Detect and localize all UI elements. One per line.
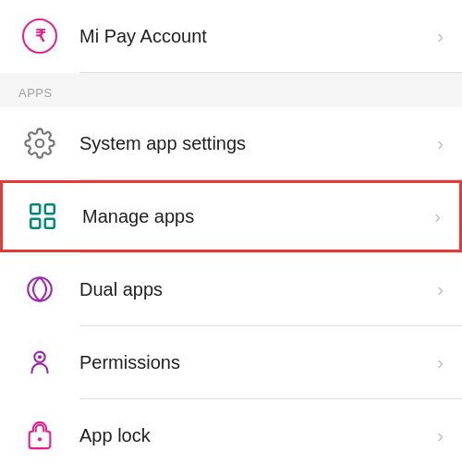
manage-apps-item[interactable]: Manage apps › xyxy=(0,180,462,252)
app-lock-label: App lock xyxy=(79,425,428,446)
dual-apps-icon xyxy=(18,268,61,311)
permissions-icon xyxy=(18,341,61,384)
permissions-item[interactable]: Permissions › xyxy=(0,326,462,398)
mi-pay-chevron-icon: › xyxy=(437,26,444,47)
svg-rect-2 xyxy=(45,204,55,214)
apps-section-header: APPS xyxy=(0,73,462,107)
dual-apps-label: Dual apps xyxy=(79,279,428,300)
app-lock-item[interactable]: App lock › xyxy=(0,399,462,471)
app-lock-icon xyxy=(18,414,61,457)
svg-point-7 xyxy=(38,355,42,359)
svg-rect-1 xyxy=(30,204,40,214)
gear-icon xyxy=(18,122,61,165)
manage-apps-chevron-icon: › xyxy=(434,206,441,227)
dual-apps-chevron-icon: › xyxy=(437,279,444,300)
svg-point-0 xyxy=(36,140,44,148)
apps-grid-icon xyxy=(21,195,64,238)
mi-pay-account-item[interactable]: ₹ Mi Pay Account › xyxy=(0,0,462,72)
svg-rect-4 xyxy=(45,219,55,228)
mi-pay-icon: ₹ xyxy=(18,15,61,57)
system-app-settings-chevron-icon: › xyxy=(437,133,444,154)
svg-point-5 xyxy=(28,277,52,301)
svg-rect-3 xyxy=(30,219,40,228)
system-app-settings-item[interactable]: System app settings › xyxy=(0,107,462,179)
dual-apps-item[interactable]: Dual apps › xyxy=(0,253,462,325)
app-lock-chevron-icon: › xyxy=(437,425,444,446)
manage-apps-label: Manage apps xyxy=(82,206,425,227)
system-app-settings-label: System app settings xyxy=(79,133,428,154)
permissions-label: Permissions xyxy=(79,352,428,373)
mi-pay-account-label: Mi Pay Account xyxy=(79,26,428,47)
permissions-chevron-icon: › xyxy=(437,352,444,373)
svg-point-8 xyxy=(38,437,42,441)
